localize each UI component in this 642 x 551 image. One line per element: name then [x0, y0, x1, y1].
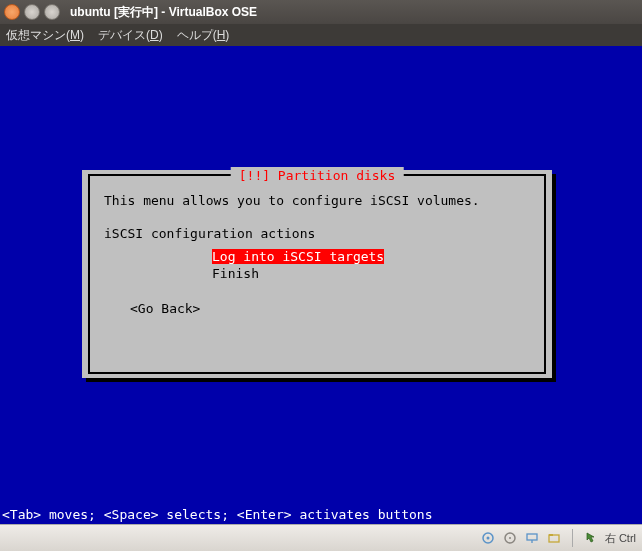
close-icon[interactable] [4, 4, 20, 20]
dialog-border: [!!] Partition disks This menu allows yo… [88, 174, 546, 374]
optical-icon [502, 530, 518, 546]
shared-folder-icon [546, 530, 562, 546]
mouse-integration-icon [583, 530, 599, 546]
go-back-button[interactable]: <Go Back> [130, 300, 530, 317]
host-key-label: 右 Ctrl [605, 531, 636, 546]
window-title: ubuntu [実行中] - VirtualBox OSE [70, 4, 257, 21]
menu-machine[interactable]: 仮想マシン(M) [6, 27, 84, 44]
svg-point-3 [509, 537, 511, 539]
dialog-intro: This menu allows you to configure iSCSI … [104, 192, 530, 209]
hdd-icon [480, 530, 496, 546]
window-titlebar: ubuntu [実行中] - VirtualBox OSE [0, 0, 642, 24]
menubar: 仮想マシン(M) デバイス(D) ヘルプ(H) [0, 24, 642, 46]
maximize-icon[interactable] [44, 4, 60, 20]
network-icon [524, 530, 540, 546]
svg-rect-6 [549, 535, 559, 542]
option-finish[interactable]: Finish [212, 265, 530, 282]
minimize-icon[interactable] [24, 4, 40, 20]
vm-screen: [!!] Partition disks This menu allows yo… [0, 46, 642, 524]
menu-devices[interactable]: デバイス(D) [98, 27, 163, 44]
svg-rect-7 [549, 534, 553, 536]
dialog-prompt: iSCSI configuration actions [104, 225, 530, 242]
option-log-into-iscsi[interactable]: Log into iSCSI targets [212, 248, 530, 265]
statusbar: 右 Ctrl [0, 524, 642, 551]
svg-rect-4 [527, 534, 537, 540]
menu-help[interactable]: ヘルプ(H) [177, 27, 230, 44]
svg-point-1 [486, 537, 489, 540]
partition-dialog: [!!] Partition disks This menu allows yo… [82, 170, 552, 378]
dialog-title: [!!] Partition disks [231, 167, 404, 184]
help-bar: <Tab> moves; <Space> selects; <Enter> ac… [0, 506, 642, 524]
